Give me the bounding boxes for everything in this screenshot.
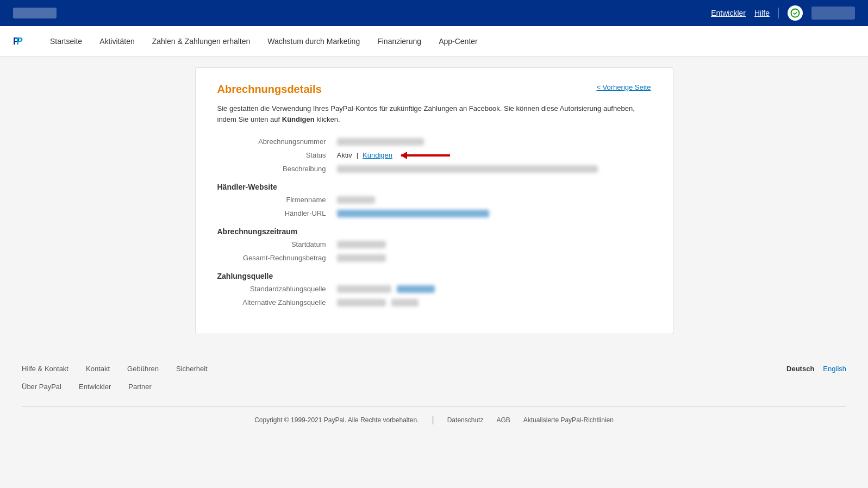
nav-wachstum[interactable]: Wachstum durch Marketing bbox=[267, 37, 360, 46]
status-separator: | bbox=[357, 151, 358, 159]
back-link[interactable]: < Vorherige Seite bbox=[596, 83, 651, 91]
footer-entwickler[interactable]: Entwickler bbox=[79, 383, 111, 391]
top-bar-divider bbox=[778, 8, 779, 18]
kuendigen-bold: Kündigen bbox=[282, 115, 315, 123]
footer-kontakt[interactable]: Kontakt bbox=[86, 365, 110, 373]
footer-ueber-paypal[interactable]: Über PayPal bbox=[22, 383, 61, 391]
page-title: Abrechnungsdetails bbox=[217, 83, 322, 96]
footer-sicherheit[interactable]: Sicherheit bbox=[176, 365, 208, 373]
firmenname-blur bbox=[337, 196, 375, 204]
footer-lang-english[interactable]: English bbox=[823, 365, 846, 373]
alternative-zahlungsquelle-row: Alternative Zahlungsquelle bbox=[217, 298, 651, 306]
gesamt-label: Gesamt-Rechnungsbetrag bbox=[217, 254, 337, 262]
standard-blur-2 bbox=[397, 285, 435, 293]
standard-zahlungsquelle-row: Standardzahlungsquelle bbox=[217, 285, 651, 293]
status-row: Status Aktiv | Kündigen bbox=[217, 151, 651, 159]
status-label: Status bbox=[217, 151, 337, 159]
haendler-url-row: Händler-URL bbox=[217, 209, 651, 217]
footer-datenschutz[interactable]: Datenschutz bbox=[447, 416, 484, 424]
footer-bottom: Copyright © 1999-2021 PayPal. Alle Recht… bbox=[22, 415, 846, 425]
content-card: Abrechnungsdetails < Vorherige Seite Sie… bbox=[195, 67, 673, 334]
standard-zahlungsquelle-value bbox=[337, 285, 435, 293]
haendler-url-label: Händler-URL bbox=[217, 209, 337, 217]
kuendigen-link[interactable]: Kündigen bbox=[363, 151, 392, 159]
arrow-line bbox=[401, 154, 450, 157]
startdatum-label: Startdatum bbox=[217, 240, 337, 248]
gesamt-value bbox=[337, 254, 386, 262]
svg-text:P: P bbox=[16, 36, 23, 47]
alternative-blur-2 bbox=[391, 299, 419, 306]
footer-bottom-divider: | bbox=[432, 415, 434, 425]
gesamt-row: Gesamt-Rechnungsbetrag bbox=[217, 254, 651, 262]
footer-agb[interactable]: AGB bbox=[496, 416, 510, 424]
firmenname-row: Firmenname bbox=[217, 196, 651, 204]
status-active-text: Aktiv bbox=[337, 151, 352, 159]
footer-richtlinien[interactable]: Aktualisierte PayPal-Richtlinien bbox=[523, 416, 614, 424]
nav-zahlen[interactable]: Zahlen & Zahlungen erhalten bbox=[152, 37, 251, 46]
footer-gebuehren[interactable]: Gebühren bbox=[127, 365, 159, 373]
top-bar: Entwickler Hilfe bbox=[0, 0, 868, 26]
beschreibung-blur bbox=[337, 165, 598, 173]
hilfe-link[interactable]: Hilfe bbox=[754, 9, 770, 17]
firmenname-label: Firmenname bbox=[217, 196, 337, 204]
top-bar-right: Entwickler Hilfe bbox=[711, 5, 855, 21]
abrechnungsnummer-blur bbox=[337, 138, 424, 146]
status-container: Aktiv | Kündigen bbox=[337, 151, 451, 159]
nav-aktivitaeten[interactable]: Aktivitäten bbox=[99, 37, 135, 46]
entwickler-link[interactable]: Entwickler bbox=[711, 9, 746, 17]
paypal-logo[interactable]: P P bbox=[11, 33, 28, 50]
footer-links-left-1: Hilfe & Kontakt Kontakt Gebühren Sicherh… bbox=[22, 365, 786, 373]
nav-startseite[interactable]: Startseite bbox=[50, 37, 82, 46]
status-value: Aktiv | Kündigen bbox=[337, 151, 451, 159]
alternative-zahlungsquelle-label: Alternative Zahlungsquelle bbox=[217, 298, 337, 306]
haendler-section-label: Händler-Website bbox=[217, 183, 651, 191]
notification-icon[interactable] bbox=[788, 5, 803, 21]
footer-lang-switcher: Deutsch English bbox=[786, 365, 846, 373]
alternative-blur-1 bbox=[337, 299, 386, 306]
zahlungsquelle-section-label: Zahlungsquelle bbox=[217, 272, 651, 280]
svg-point-0 bbox=[791, 9, 800, 17]
top-bar-left bbox=[13, 8, 57, 18]
standard-zahlungsquelle-label: Standardzahlungsquelle bbox=[217, 285, 337, 293]
beschreibung-row: Beschreibung bbox=[217, 165, 651, 173]
top-bar-logo bbox=[13, 8, 57, 18]
abrechnungsnummer-row: Abrechnungsnummer bbox=[217, 137, 651, 146]
footer-divider bbox=[22, 406, 846, 406]
arrow-head bbox=[401, 152, 407, 159]
description-text: Sie gestatten die Verwendung Ihres PayPa… bbox=[217, 103, 651, 124]
user-info bbox=[811, 7, 855, 20]
standard-blur-1 bbox=[337, 285, 391, 293]
beschreibung-label: Beschreibung bbox=[217, 165, 337, 173]
footer-partner[interactable]: Partner bbox=[128, 383, 152, 391]
abrechnungszeitraum-section-label: Abrechnungszeitraum bbox=[217, 227, 651, 236]
gesamt-blur bbox=[337, 254, 386, 262]
nav-app-center[interactable]: App-Center bbox=[439, 37, 478, 46]
card-header: Abrechnungsdetails < Vorherige Seite bbox=[217, 83, 651, 96]
haendler-url-blur bbox=[337, 210, 489, 217]
firmenname-value bbox=[337, 196, 375, 204]
red-arrow-indicator bbox=[401, 154, 450, 157]
abrechnungsnummer-value bbox=[337, 138, 424, 146]
startdatum-row: Startdatum bbox=[217, 240, 651, 248]
footer-lang-deutsch[interactable]: Deutsch bbox=[786, 365, 814, 373]
footer: Hilfe & Kontakt Kontakt Gebühren Sicherh… bbox=[0, 345, 868, 436]
beschreibung-value bbox=[337, 165, 598, 173]
main-area: Abrechnungsdetails < Vorherige Seite Sie… bbox=[0, 57, 868, 345]
footer-row-2: Über PayPal Entwickler Partner bbox=[22, 383, 846, 391]
nav-finanzierung[interactable]: Finanzierung bbox=[377, 37, 421, 46]
nav-bar: P P Startseite Aktivitäten Zahlen & Zahl… bbox=[0, 26, 868, 57]
copyright-text: Copyright © 1999-2021 PayPal. Alle Recht… bbox=[254, 416, 419, 424]
alternative-zahlungsquelle-value bbox=[337, 299, 419, 306]
startdatum-blur bbox=[337, 241, 386, 248]
haendler-url-value bbox=[337, 210, 489, 217]
startdatum-value bbox=[337, 241, 386, 248]
footer-hilfe-kontakt[interactable]: Hilfe & Kontakt bbox=[22, 365, 68, 373]
abrechnungsnummer-label: Abrechnungsnummer bbox=[217, 137, 337, 146]
footer-row-1: Hilfe & Kontakt Kontakt Gebühren Sicherh… bbox=[22, 365, 846, 373]
